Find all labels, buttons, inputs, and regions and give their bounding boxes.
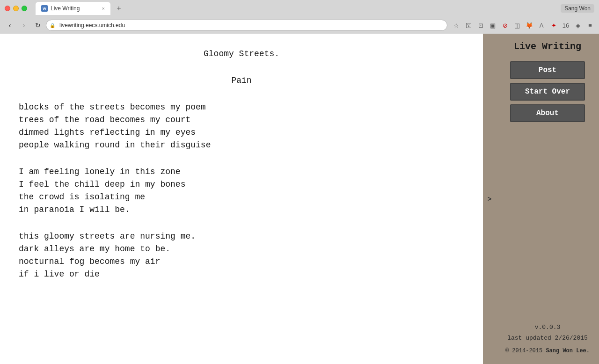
- poem-line: the crowd is isolating me: [19, 191, 464, 204]
- poem-line: blocks of the streets becomes my poem: [19, 101, 464, 114]
- author-name: Sang Won Lee.: [546, 348, 590, 354]
- ext-game-icon[interactable]: ◈: [573, 20, 583, 30]
- forward-button[interactable]: ›: [18, 19, 30, 31]
- keychain-icon[interactable]: ⚿: [463, 20, 474, 30]
- pocket-icon[interactable]: ◫: [512, 20, 522, 30]
- lock-icon: 🔒: [50, 23, 55, 28]
- ext-lastpass-icon[interactable]: ✦: [548, 20, 559, 30]
- tab-bar: W Live Writing × +: [36, 2, 124, 15]
- tab-favicon: W: [41, 5, 48, 12]
- poem-stanza-3: this gloomy streets are nursing me. dark…: [19, 230, 464, 281]
- poem-line: trees of the road becomes my court: [19, 114, 464, 126]
- main-container: Gloomy Streets. Pain blocks of the stree…: [0, 34, 599, 364]
- poem-line: I feel the chill deep in my bones: [19, 178, 464, 191]
- ext-16px-icon[interactable]: 16: [561, 20, 571, 30]
- reload-button[interactable]: ↻: [32, 19, 44, 31]
- address-wrapper: 🔒: [46, 20, 447, 31]
- sidebar-title: Live Writing: [514, 41, 581, 52]
- poem-line: nocturnal fog becomes my air: [19, 255, 464, 268]
- poem-subtitle: Pain: [19, 74, 464, 87]
- back-button[interactable]: ‹: [4, 19, 16, 31]
- title-bar: W Live Writing × + Sang Won: [0, 0, 599, 17]
- maximize-window-button[interactable]: [22, 6, 27, 11]
- bookmark-star-icon[interactable]: ☆: [451, 20, 461, 30]
- ext-fox-icon[interactable]: 🦊: [524, 20, 534, 30]
- nav-bar: ‹ › ↻ 🔒 ☆ ⚿ ⊡ ▣ ⊘ ◫ 🦊 A ✦ 16 ◈ ≡: [0, 17, 599, 34]
- poem-line: if i live or die: [19, 268, 464, 281]
- about-button[interactable]: About: [510, 104, 585, 122]
- right-sidebar: Live Writing Post Start Over About v.0.0…: [496, 34, 599, 364]
- minimize-window-button[interactable]: [13, 6, 19, 11]
- post-button[interactable]: Post: [510, 61, 585, 79]
- traffic-lights: [5, 6, 27, 11]
- poem-line: people walking round in their disguise: [19, 139, 464, 152]
- user-info: Sang Won: [561, 4, 594, 13]
- start-over-button[interactable]: Start Over: [510, 83, 585, 101]
- poem-line: dimmed lights reflecting in my eyes: [19, 126, 464, 139]
- version-label: v.0.0.3: [505, 322, 590, 333]
- nav-icons: ☆ ⚿ ⊡ ▣ ⊘ ◫ 🦊 A ✦ 16 ◈ ≡: [451, 20, 595, 30]
- poem-line: I am feeling lonely in this zone: [19, 166, 464, 178]
- copyright-label: © 2014-2015 Sang Won Lee.: [505, 346, 590, 357]
- stop-icon[interactable]: ⊘: [500, 20, 510, 30]
- tab-title: Live Writing: [51, 5, 80, 12]
- active-tab[interactable]: W Live Writing ×: [36, 2, 110, 15]
- sidebar-toggle-button[interactable]: >: [483, 34, 496, 364]
- last-updated-label: last updated 2/26/2015: [505, 333, 590, 343]
- poem-stanza-1: blocks of the streets becomes my poem tr…: [19, 101, 464, 152]
- close-window-button[interactable]: [5, 6, 10, 11]
- window-icon[interactable]: ▣: [488, 20, 498, 30]
- poem-line: in paranoia I will be.: [19, 204, 464, 216]
- content-area: Gloomy Streets. Pain blocks of the stree…: [0, 34, 483, 364]
- new-tab-button[interactable]: +: [113, 3, 124, 14]
- browser-chrome: W Live Writing × + Sang Won ‹ › ↻ 🔒 ☆ ⚿ …: [0, 0, 599, 34]
- address-bar[interactable]: [46, 20, 447, 31]
- poem-title: Gloomy Streets.: [19, 48, 464, 60]
- ext-amazon-icon[interactable]: A: [536, 20, 547, 30]
- sidebar-footer: v.0.0.3 last updated 2/26/2015 © 2014-20…: [505, 322, 590, 357]
- screenshot-icon[interactable]: ⊡: [475, 20, 486, 30]
- tab-close-button[interactable]: ×: [102, 6, 105, 11]
- poem-line: dark alleys are my home to be.: [19, 243, 464, 255]
- poem-stanza-2: I am feeling lonely in this zone I feel …: [19, 166, 464, 216]
- menu-button[interactable]: ≡: [585, 20, 595, 30]
- copyright-text: © 2014-2015: [505, 348, 542, 354]
- poem-line: this gloomy streets are nursing me.: [19, 230, 464, 243]
